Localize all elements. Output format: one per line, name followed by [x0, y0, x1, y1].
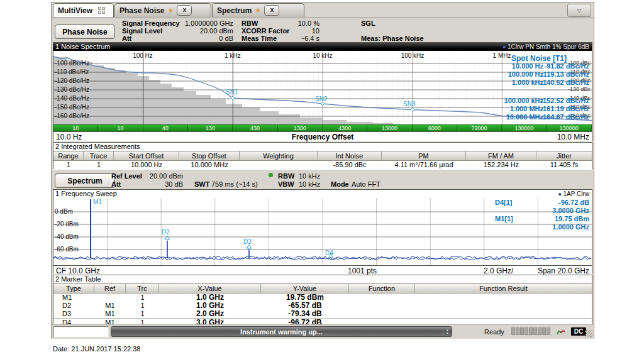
- field-value[interactable]: 759 ms (~14 s): [211, 180, 258, 188]
- field-value[interactable]: Auto FFT: [352, 180, 380, 188]
- xcorr-segment: 130000: [502, 125, 547, 131]
- marker-label[interactable]: M1: [93, 199, 102, 206]
- marker-readout-block: D4[1]-96.72 dB 3.0000 GHz M1[1]19.75 dBm…: [495, 199, 589, 231]
- x-axis-title: Frequency Offset: [292, 133, 354, 141]
- window-title[interactable]: 2 Marker Table: [53, 275, 592, 283]
- spot-noise-title: Spot Noise [T1]: [511, 54, 567, 63]
- ready-status: Ready: [484, 328, 504, 336]
- favorite-star-icon: ✶: [167, 6, 174, 15]
- marker-label[interactable]: D3: [243, 238, 252, 245]
- integrated-measurements-window: 2 Integrated Measurements Range Trace St…: [53, 142, 592, 169]
- cell: [240, 161, 318, 170]
- noise-spectrum-footer: 10.0 Hz Frequency Offset 10.0 MHz: [53, 131, 592, 141]
- marker-table-row[interactable]: M1 1 1.0 GHz 19.75 dBm: [53, 293, 592, 302]
- phase-noise-channel-button[interactable]: Phase Noise: [55, 25, 115, 39]
- frequency-sweep-plot[interactable]: 0 dBm -20 dBm -40 dBm -60 dBm M1 D2 D3 D…: [53, 198, 592, 265]
- tab-phase-noise[interactable]: Phase Noise ✶ x: [114, 3, 211, 17]
- column-header: PM: [382, 151, 466, 160]
- cell: M1: [94, 302, 126, 310]
- marker-readout: 1.0000 GHz: [495, 223, 589, 231]
- status-input-field[interactable]: [53, 326, 109, 337]
- center-frequency[interactable]: CF 10.0 GHz: [56, 266, 100, 275]
- close-tab-icon[interactable]: x: [177, 5, 192, 16]
- scale-per-division: 2.0 GHz/: [484, 266, 513, 275]
- span[interactable]: Span 20.0 GHz: [538, 266, 589, 275]
- spot-noise-marker-label[interactable]: SN1: [226, 89, 238, 96]
- field-value[interactable]: 0 dB: [165, 35, 233, 42]
- field-label: Att: [111, 180, 121, 188]
- close-tab-icon[interactable]: x: [264, 5, 279, 16]
- y-axis-label: -60 dBm: [55, 246, 79, 253]
- frequency-sweep-title-bar[interactable]: 1 Frequency Sweep 1AP Clrw: [53, 190, 592, 198]
- marker-label[interactable]: D4: [325, 250, 333, 256]
- spinner-icon[interactable]: ▲▼: [443, 327, 452, 336]
- resize-grip[interactable]: [585, 330, 592, 337]
- date-line: Date: 21.JUN.2017 15:22:38: [53, 345, 140, 353]
- column-header: Y-Value: [261, 284, 349, 293]
- field-value[interactable]: 10 kHz: [299, 172, 320, 180]
- column-header: Trc: [126, 284, 159, 293]
- measurement-name: Meas: Phase Noise: [361, 35, 424, 42]
- cell: 1: [126, 293, 159, 302]
- spot-noise-marker-label[interactable]: SN2: [315, 96, 327, 102]
- xcorr-segment: 6000: [413, 125, 457, 131]
- spot-noise-row: 1.000 MHz-161.19 dBc/Hz: [402, 105, 591, 113]
- y-axis-label: -120 dBc/Hz: [55, 77, 89, 84]
- xcorr-segment: 430: [233, 125, 277, 131]
- field-label: RBW: [242, 19, 258, 27]
- cell: 1: [126, 302, 159, 310]
- y-axis-label: -40 dBm: [55, 233, 79, 240]
- field-value[interactable]: 20.00 dBm: [165, 27, 233, 35]
- frequency-sweep-window: 1 Frequency Sweep 1AP Clrw 0 dBm -20 dBm…: [53, 189, 592, 273]
- column-header: Type: [53, 284, 94, 293]
- noise-spectrum-plot[interactable]: 100 Hz 1 kHz 10 kHz 100 kHz 1 MHz -100 d…: [53, 51, 592, 124]
- y-axis-label: -150 dBc/Hz: [55, 104, 89, 111]
- window-title[interactable]: 2 Integrated Measurements: [53, 143, 592, 151]
- field-value[interactable]: 10.0 %: [272, 19, 319, 27]
- cell: 1: [126, 310, 159, 318]
- tab-strip: MultiView Phase Noise ✶ x Spectrum ✶ x: [52, 3, 594, 18]
- trace-info-label[interactable]: 1AP Clrw: [558, 190, 592, 198]
- y-axis-label: -110 dBc/Hz: [55, 69, 89, 75]
- progress-blocks-icon: [511, 327, 550, 335]
- phase-noise-channel-header: Phase Noise Signal Frequency 1.0000000 G…: [52, 18, 594, 42]
- field-value[interactable]: ~6.4 s: [272, 35, 319, 42]
- column-header: Range: [53, 151, 84, 160]
- xcorr-segment: 130: [188, 125, 233, 131]
- marker-table-row[interactable]: D3 M1 1 2.0 GHz -79.34 dB: [53, 310, 592, 318]
- x-axis-label: 100 Hz: [133, 52, 153, 59]
- marker-readout: D4[1]-96.72 dB: [495, 199, 589, 207]
- y-axis-label: 0 dBm: [55, 208, 73, 215]
- x-axis-label: 10 kHz: [313, 52, 332, 59]
- marker-readout: 3.0000 GHz: [495, 207, 589, 215]
- field-value[interactable]: 30 dB: [140, 180, 183, 188]
- tab-spectrum-label: Spectrum: [217, 6, 252, 15]
- y-axis-label: -100 dBc/Hz: [55, 60, 89, 67]
- integrated-measurements-row[interactable]: 1 1 10.000 Hz 10.000 MHz -85.90 dBc 4.11…: [53, 161, 592, 170]
- cell: 10.000 MHz: [179, 161, 240, 170]
- noise-spectrum-title-bar[interactable]: 1 Noise Spectrum 1Clrw PN Smth 1% Spur 6…: [53, 43, 592, 51]
- cell: -79.34 dB: [261, 310, 349, 318]
- field-value[interactable]: 10: [272, 27, 319, 35]
- xcorr-segment: 10: [53, 125, 98, 131]
- status-bar: Instrument warming up... ▲▼ Ready DC: [52, 324, 594, 339]
- spectrum-channel-button[interactable]: Spectrum: [55, 173, 115, 188]
- rbw-coupled-dot-icon: [269, 173, 273, 177]
- tab-spectrum[interactable]: Spectrum ✶ x: [212, 3, 304, 17]
- marker-label[interactable]: D2: [162, 229, 170, 236]
- field-value[interactable]: 10 kHz: [299, 180, 320, 188]
- field-value[interactable]: 1.0000000 GHz: [165, 19, 233, 27]
- x-axis-start: 10.0 Hz: [56, 133, 82, 141]
- marker-table-row[interactable]: D2 M1 1 1.0 GHz -65.57 dB: [53, 302, 592, 310]
- x-axis-label: 100 kHz: [401, 52, 425, 59]
- field-value[interactable]: 20.00 dBm: [140, 172, 183, 180]
- trace-info-label[interactable]: 1Clrw PN Smth 1% Spur 6dB: [502, 43, 592, 51]
- sweep-points: 1001 pts: [348, 266, 377, 275]
- tab-multiview[interactable]: MultiView: [53, 3, 114, 17]
- column-header: Ref: [94, 284, 126, 293]
- tab-dropdown-button[interactable]: [567, 4, 591, 17]
- multiview-grid-icon: [98, 7, 105, 14]
- cell: 4.11 m°/71.66 µrad: [382, 161, 466, 170]
- column-header: Int Noise: [318, 151, 382, 160]
- single-sweep-indicator: SGL: [361, 19, 375, 27]
